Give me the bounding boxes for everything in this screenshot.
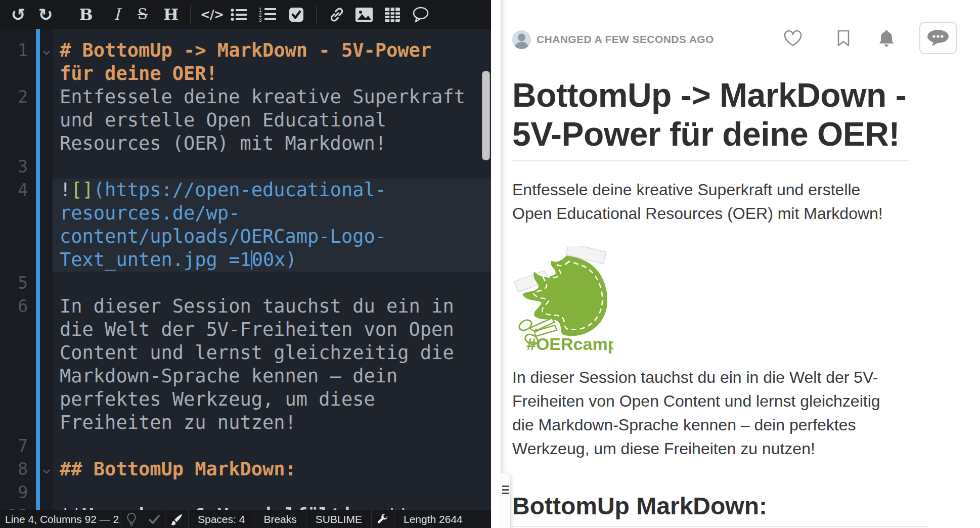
code-editor[interactable]: 1# BottomUp -> MarkDown - 5V-Powerfür de…	[0, 29, 491, 510]
code-line-text: In dieser Session tauchst du ein in	[53, 295, 491, 318]
editor-row[interactable]: 1# BottomUp -> MarkDown - 5V-Power	[0, 39, 491, 62]
check-list-icon[interactable]	[286, 0, 306, 29]
code-line-text: für deine OER!	[53, 62, 491, 85]
editor-row[interactable]: 10**Verwahren & Vervielfältigen**	[0, 504, 491, 510]
editor-row[interactable]: 4![](https://open-educational-	[0, 179, 491, 202]
code-line-text: die Welt der 5V-Freiheiten von Open	[53, 318, 491, 341]
editor-row[interactable]: Freiheiten zu nutzen!	[0, 411, 491, 434]
code-line-text: Entfessele deine kreative Superkraft	[53, 85, 491, 109]
unordered-list-icon[interactable]	[229, 0, 249, 29]
line-number: 5	[0, 272, 28, 295]
wrench-icon[interactable]	[372, 510, 394, 528]
logo-caption: #OERcamp	[526, 334, 613, 354]
fold-chevron-icon[interactable]	[42, 48, 51, 57]
editor-row[interactable]: resources.de/wp-	[0, 202, 491, 225]
open-comments-button[interactable]	[919, 22, 957, 54]
line-number: 2	[0, 85, 28, 109]
editor-row[interactable]: 5	[0, 272, 491, 295]
menu-icon	[502, 486, 509, 496]
paragraph-line: die Markdown-Sprache kennen – dein perfe…	[512, 413, 937, 437]
editor-row[interactable]: 6In dieser Session tauchst du ein in	[0, 295, 491, 318]
editor-row[interactable]: Resources (OER) mit Markdown!	[0, 132, 491, 155]
code-line-text: und erstelle Open Educational	[53, 109, 491, 132]
editor-row[interactable]: content/uploads/OERCamp-Logo-	[0, 225, 491, 248]
doc-length[interactable]: Length 2644	[394, 510, 472, 528]
ordered-list-icon[interactable]: 123	[257, 0, 278, 29]
svg-text:3: 3	[259, 17, 262, 22]
code-line-text	[53, 155, 491, 179]
editor-toolbar: ↺ ↻ B I S H </> 123	[0, 0, 491, 29]
code-line-text	[53, 434, 491, 458]
line-number: 9	[0, 481, 28, 504]
paragraph-line: Werkzeug, um diese Freiheiten zu nutzen!	[512, 437, 937, 461]
fold-chevron-icon[interactable]	[42, 467, 51, 476]
markdown-editor-app: ↺ ↻ B I S H </> 123	[0, 0, 980, 528]
line-number: 4	[0, 179, 28, 202]
linebreak-setting[interactable]: Breaks	[254, 510, 306, 528]
code-line-text: **Verwahren & Vervielfältigen**	[53, 504, 491, 510]
avatar[interactable]	[512, 30, 531, 49]
session-paragraph: In dieser Session tauchst du ein in die …	[512, 366, 937, 461]
redo-icon[interactable]: ↻	[35, 0, 56, 29]
toolbar-separator	[190, 5, 191, 24]
code-line-text: resources.de/wp-	[53, 202, 491, 225]
paragraph-line: Entfessele deine kreative Superkraft und…	[512, 178, 937, 202]
intro-paragraph: Entfessele deine kreative Superkraft und…	[512, 178, 937, 226]
editor-row[interactable]: 8## BottomUp MarkDown:	[0, 458, 491, 481]
code-icon[interactable]: </>	[199, 0, 225, 29]
editor-row[interactable]: 9	[0, 481, 491, 504]
bell-icon[interactable]	[877, 29, 896, 50]
code-line-text	[53, 272, 491, 295]
doc-title-line: 5V-Power für deine OER!	[512, 115, 928, 154]
toolbar-separator	[66, 5, 66, 24]
editor-row[interactable]: Content und lernst gleichzeitig die	[0, 341, 491, 365]
lightbulb-icon[interactable]	[120, 510, 143, 528]
editor-row[interactable]: Markdown-Sprache kennen – dein	[0, 365, 491, 388]
paragraph-line: Freiheiten von Open Content und lernst g…	[512, 389, 937, 413]
undo-icon[interactable]: ↺	[8, 0, 28, 29]
code-line-text: perfektes Werkzeug, um diese	[53, 388, 491, 411]
doc-title-line: BottomUp -> MarkDown -	[512, 76, 928, 115]
code-line-text: Text_unten.jpg =100x)	[53, 248, 491, 272]
brush-icon[interactable]	[166, 510, 189, 528]
check-icon[interactable]	[143, 510, 166, 528]
table-icon[interactable]	[382, 0, 403, 29]
oercamp-logo: #OERcamp	[512, 246, 613, 354]
code-line-text: content/uploads/OERCamp-Logo-	[53, 225, 491, 248]
code-line-text: Freiheiten zu nutzen!	[53, 411, 491, 434]
paragraph-line: Open Educational Resources (OER) mit Mar…	[512, 202, 937, 226]
editor-row[interactable]: 7	[0, 434, 491, 458]
editor-pane[interactable]: ↺ ↻ B I S H </> 123	[0, 0, 491, 528]
bold-icon[interactable]: B	[76, 0, 96, 29]
editor-row[interactable]: Text_unten.jpg =100x)	[0, 248, 491, 272]
comment-icon[interactable]	[410, 0, 432, 29]
heart-icon[interactable]	[784, 30, 802, 50]
editor-row[interactable]: für deine OER!	[0, 62, 491, 85]
heading-icon[interactable]: H	[160, 0, 182, 29]
code-line-text: Markdown-Sprache kennen – dein	[53, 365, 491, 388]
editor-row[interactable]: und erstelle Open Educational	[0, 109, 491, 132]
pane-divider[interactable]	[491, 0, 501, 528]
keymap-setting[interactable]: SUBLIME	[306, 510, 372, 528]
link-icon[interactable]	[326, 0, 347, 29]
cursor-position[interactable]: Line 4, Columns 92 — 21	[0, 510, 120, 528]
editor-row[interactable]: 3	[0, 155, 491, 179]
line-number: 8	[0, 458, 28, 481]
code-line-text: ![](https://open-educational-	[53, 179, 491, 202]
indent-setting[interactable]: Spaces: 4	[189, 510, 254, 528]
preview-pane: CHANGED A FEW SECONDS AGO BottomUp -> Ma…	[501, 0, 980, 528]
editor-row[interactable]: 2Entfessele deine kreative Superkraft	[0, 85, 491, 109]
code-line-text: Resources (OER) mit Markdown!	[53, 132, 491, 155]
editor-row[interactable]: die Welt der 5V-Freiheiten von Open	[0, 318, 491, 341]
bookmark-icon[interactable]	[837, 30, 850, 49]
italic-icon[interactable]: I	[108, 0, 126, 29]
last-changed-label: CHANGED A FEW SECONDS AGO	[537, 33, 714, 46]
editor-row[interactable]: perfektes Werkzeug, um diese	[0, 388, 491, 411]
toc-toggle-handle[interactable]	[501, 473, 511, 528]
status-bar: Line 4, Columns 92 — 21Spaces: 4BreaksSU…	[0, 510, 491, 528]
strikethrough-icon[interactable]: S	[133, 0, 152, 29]
image-icon[interactable]	[353, 0, 375, 29]
line-number: 10	[0, 504, 28, 510]
editor-scrollbar-thumb[interactable]	[482, 71, 490, 160]
line-number: 3	[0, 155, 28, 179]
